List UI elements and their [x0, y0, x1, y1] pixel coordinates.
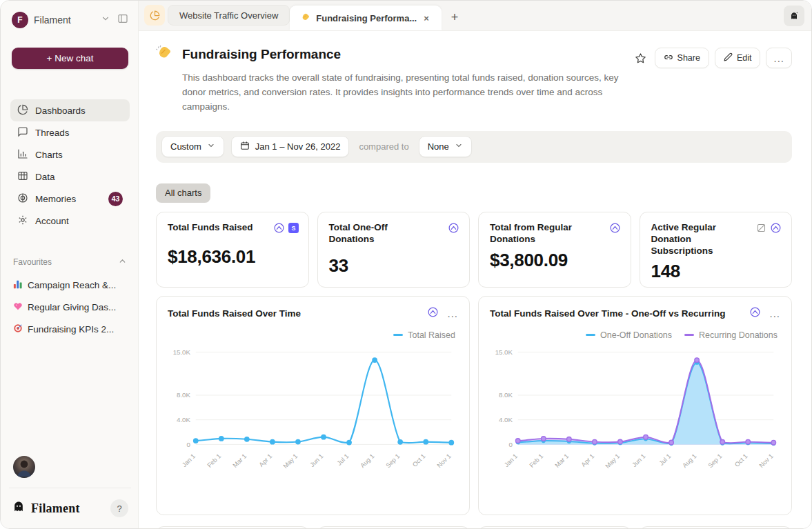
sidebar-nav: Dashboards Threads Charts Data Memories … [10, 99, 130, 232]
edit-label: Edit [737, 53, 752, 63]
chevron-down-icon[interactable] [101, 14, 110, 26]
favourite-item-fundraising-kpis[interactable]: Fundraising KPIs 2... [10, 320, 130, 338]
kpi-title: Total from Regular Donations [490, 222, 593, 246]
kpi-card-total-funds-raised[interactable]: Total Funds Raised S $18,636.01 [156, 212, 309, 288]
sidebar-item-charts[interactable]: Charts [10, 143, 130, 166]
kpi-card-avg-donation-size[interactable]: Avg Donation Size (All [640, 526, 793, 528]
tab-website-traffic[interactable]: Website Traffic Overview [168, 5, 290, 26]
chart-card-oneoff-vs-recurring[interactable]: Total Funds Raised Over Time - One-Off v… [478, 296, 792, 515]
svg-text:May 1: May 1 [282, 452, 299, 470]
svg-text:Feb 1: Feb 1 [206, 452, 222, 469]
chart-menu-button[interactable]: ... [769, 308, 780, 319]
close-tab-icon[interactable]: × [422, 13, 430, 23]
svg-text:Nov 1: Nov 1 [436, 452, 453, 469]
gear-icon [17, 214, 28, 228]
compare-select[interactable]: None [419, 136, 472, 157]
kpi-value: 148 [651, 261, 782, 282]
kpi-card-regular-donations[interactable]: Total from Regular Donations $3,800.09 [478, 212, 631, 288]
sidebar-item-label: Charts [35, 150, 63, 160]
chart-source-icon [749, 306, 761, 321]
range-type-select[interactable]: Custom [161, 136, 224, 157]
kpi-title: Total Funds Raised [168, 222, 253, 234]
kpi-card-active-subscriptions[interactable]: Active Regular Donation Subscriptions 14… [640, 212, 793, 288]
kpi-value: $3,800.09 [490, 250, 621, 271]
svg-text:Aug 1: Aug 1 [359, 452, 375, 469]
kpi-card-ticket-sales[interactable]: Total from Ticket Sales [156, 526, 309, 528]
svg-text:S: S [291, 225, 295, 232]
chart-source-icon [448, 222, 459, 237]
chart-source-icon [427, 306, 439, 321]
ellipsis-icon: ... [773, 52, 784, 64]
collapse-sidebar-icon[interactable] [117, 13, 128, 27]
heart-emoji-icon [13, 301, 23, 313]
tab-fundraising-performance[interactable]: Fundraising Performa... × [290, 6, 442, 30]
legend-swatch [586, 334, 595, 336]
chevron-up-icon[interactable] [118, 257, 127, 268]
clap-emoji-icon [156, 45, 172, 64]
page-header: Fundraising Performance This dashboard t… [156, 45, 792, 114]
favourites-header[interactable]: Favourites [10, 257, 130, 268]
edit-button[interactable]: Edit [715, 48, 761, 68]
svg-text:Jan 1: Jan 1 [503, 452, 519, 468]
all-charts-chip[interactable]: All charts [156, 183, 210, 203]
favourites-list: Campaign Reach &... Regular Giving Das..… [10, 276, 130, 338]
sidebar-footer: Filament ? [10, 456, 130, 519]
ghost-logo-icon [12, 500, 26, 517]
pie-chart-icon [17, 104, 28, 117]
kpi-card-tickets-sold[interactable]: Number of Tickets Sold [478, 526, 631, 528]
sidebar-item-account[interactable]: Account [10, 210, 130, 232]
share-button[interactable]: Share [655, 48, 709, 68]
svg-text:Nov 1: Nov 1 [758, 452, 775, 469]
svg-text:Sep 1: Sep 1 [707, 452, 724, 469]
brain-icon [17, 192, 28, 206]
memories-count-badge: 43 [108, 192, 123, 206]
sidebar-item-data[interactable]: Data [10, 166, 130, 188]
sidebar-item-threads[interactable]: Threads [10, 121, 130, 143]
chart-menu-button[interactable]: ... [447, 308, 458, 319]
workspace-logo: F [12, 12, 28, 28]
calendar-icon [240, 141, 250, 152]
new-tab-button[interactable]: + [442, 10, 468, 25]
svg-text:Apr 1: Apr 1 [580, 452, 596, 468]
svg-text:Jun 1: Jun 1 [631, 452, 646, 468]
chart-title: Total Funds Raised Over Time [168, 308, 301, 319]
stripe-badge-icon: S [288, 223, 299, 236]
svg-text:Feb 1: Feb 1 [528, 452, 544, 469]
pencil-icon [724, 52, 733, 63]
kpi-row: Total Funds Raised S $18,636.01 Total On… [156, 212, 792, 288]
svg-text:Mar 1: Mar 1 [232, 452, 248, 469]
dashboard-content: Fundraising Performance This dashboard t… [139, 31, 811, 528]
filter-bar: Custom Jan 1 – Nov 26, 2022 compared to … [156, 131, 792, 163]
favourite-item-regular-giving[interactable]: Regular Giving Das... [10, 298, 130, 316]
link-icon [664, 52, 673, 64]
legend-item: Recurring Donations [684, 330, 778, 340]
svg-text:Oct 1: Oct 1 [733, 452, 749, 468]
header-actions: Share Edit ... [632, 45, 792, 68]
sidebar-item-memories[interactable]: Memories 43 [10, 188, 130, 210]
range-type-value: Custom [170, 141, 201, 152]
no-preview-icon [756, 223, 766, 236]
sidebar-item-dashboards[interactable]: Dashboards [10, 99, 130, 121]
svg-text:Sep 1: Sep 1 [385, 452, 402, 469]
bar-chart-emoji-icon [13, 279, 23, 291]
kpi-card-donation-form-conversion[interactable]: Donation Form Conversion [317, 526, 471, 528]
svg-text:0: 0 [187, 441, 191, 448]
favourite-item-campaign-reach[interactable]: Campaign Reach &... [10, 276, 130, 294]
help-button[interactable]: ? [110, 499, 128, 517]
sidebar-item-label: Data [35, 172, 55, 182]
more-options-button[interactable]: ... [766, 48, 792, 68]
sidebar-item-label: Memories [35, 194, 76, 204]
chart-card-total-funds-over-time[interactable]: Total Funds Raised Over Time ... Total R… [156, 296, 470, 515]
dashboard-home-icon[interactable] [144, 5, 165, 26]
date-range-value: Jan 1 – Nov 26, 2022 [255, 141, 341, 152]
user-avatar[interactable] [13, 456, 35, 478]
chart-source-icon [609, 222, 621, 237]
favourite-item-label: Fundraising KPIs 2... [28, 324, 114, 335]
workspace-switcher[interactable]: F Filament [10, 10, 130, 30]
date-range-button[interactable]: Jan 1 – Nov 26, 2022 [231, 136, 350, 157]
new-chat-button[interactable]: + New chat [12, 48, 128, 69]
kpi-card-one-off-donations[interactable]: Total One-Off Donations 33 [317, 212, 471, 288]
area-chart: 04.0K8.0K15.0KJan 1Feb 1Mar 1Apr 1May 1J… [490, 341, 780, 485]
ghost-assistant-button[interactable] [784, 6, 804, 26]
star-favourite-button[interactable] [632, 50, 649, 67]
